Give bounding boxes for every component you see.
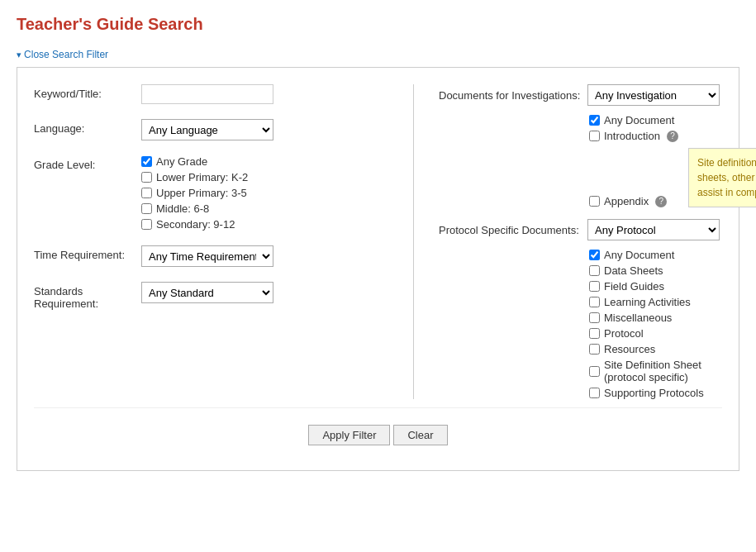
time-label: Time Requirement:: [34, 245, 141, 261]
proto-field-guides-item[interactable]: Field Guides: [589, 280, 722, 293]
standards-row: Standards Requirement: Any Standard NGSS…: [34, 282, 397, 310]
page-title: Teacher's Guide Search: [17, 15, 739, 34]
investigations-label: Documents for Investigations:: [439, 89, 587, 102]
proto-learning-item[interactable]: Learning Activities: [589, 296, 722, 308]
grade-any-label: Any Grade: [156, 155, 207, 168]
inv-appendix-checkbox[interactable]: [589, 196, 600, 207]
proto-field-guides-checkbox[interactable]: [589, 281, 600, 292]
proto-learning-checkbox[interactable]: [589, 297, 600, 307]
grade-row: Grade Level: Any Grade Lower Primary: K-…: [34, 155, 397, 231]
inv-introduction-item[interactable]: Introduction ? Site definition sheets, d…: [589, 130, 722, 142]
keyword-label: Keyword/Title:: [34, 84, 141, 100]
proto-misc-label: Miscellaneous: [604, 312, 672, 324]
keyword-input[interactable]: [141, 84, 273, 104]
grade-lower-item[interactable]: Lower Primary: K-2: [141, 171, 397, 183]
proto-supporting-label: Supporting Protocols: [604, 387, 704, 399]
grade-secondary-item[interactable]: Secondary: 9-12: [141, 218, 397, 231]
grade-lower-checkbox[interactable]: [141, 172, 152, 183]
protocol-row: Protocol Specific Documents: Any Protoco…: [439, 219, 722, 240]
proto-any-item[interactable]: Any Document: [589, 249, 722, 261]
grade-any-item[interactable]: Any Grade: [141, 155, 397, 168]
inv-any-doc-checkbox[interactable]: [589, 115, 600, 126]
standards-label: Standards Requirement:: [34, 282, 141, 310]
grade-middle-item[interactable]: Middle: 6-8: [141, 202, 397, 215]
proto-learning-label: Learning Activities: [604, 296, 691, 308]
proto-data-sheets-checkbox[interactable]: [589, 265, 600, 276]
language-select[interactable]: Any Language English Spanish French: [141, 119, 273, 140]
filter-panel: Keyword/Title: Language: Any Language En…: [17, 67, 739, 471]
grade-checkboxes: Any Grade Lower Primary: K-2 Upper Prima…: [141, 155, 397, 231]
clear-button[interactable]: Clear: [393, 425, 447, 445]
grade-middle-label: Middle: 6-8: [156, 202, 209, 215]
grade-upper-item[interactable]: Upper Primary: 3-5: [141, 187, 397, 199]
protocol-select[interactable]: Any Protocol Protocol A Protocol B: [587, 219, 720, 240]
language-label: Language:: [34, 119, 141, 135]
proto-site-def-label: Site Definition Sheet (protocol specific…: [604, 359, 722, 383]
grade-lower-label: Lower Primary: K-2: [156, 171, 248, 183]
close-search-filter-link[interactable]: Close Search Filter: [17, 49, 108, 60]
apply-filter-button[interactable]: Apply Filter: [308, 425, 390, 445]
filter-left-column: Keyword/Title: Language: Any Language En…: [34, 84, 414, 399]
standards-select[interactable]: Any Standard NGSS Common Core: [141, 282, 273, 303]
proto-protocol-label: Protocol: [604, 327, 644, 340]
grade-any-checkbox[interactable]: [141, 156, 152, 167]
proto-supporting-checkbox[interactable]: [589, 388, 600, 398]
proto-protocol-checkbox[interactable]: [589, 328, 600, 339]
grade-middle-checkbox[interactable]: [141, 203, 152, 214]
proto-misc-checkbox[interactable]: [589, 312, 600, 323]
proto-field-guides-label: Field Guides: [604, 280, 664, 293]
grade-upper-label: Upper Primary: 3-5: [156, 187, 247, 199]
introduction-tooltip: Site definition sheets, data sheets, oth…: [688, 148, 756, 207]
inv-introduction-label: Introduction: [604, 130, 660, 142]
inv-any-doc-item[interactable]: Any Document: [589, 114, 722, 126]
language-row: Language: Any Language English Spanish F…: [34, 119, 397, 140]
keyword-row: Keyword/Title:: [34, 84, 397, 104]
appendix-info-icon[interactable]: ?: [655, 196, 667, 207]
grade-upper-checkbox[interactable]: [141, 188, 152, 198]
proto-data-sheets-label: Data Sheets: [604, 264, 663, 277]
investigations-row: Documents for Investigations: Any Invest…: [439, 84, 722, 106]
proto-site-def-item[interactable]: Site Definition Sheet (protocol specific…: [589, 359, 722, 383]
proto-site-def-checkbox[interactable]: [589, 366, 600, 377]
time-select[interactable]: Any Time Requirement < 1 hour 1-2 hours …: [141, 245, 273, 267]
grade-secondary-checkbox[interactable]: [141, 219, 152, 230]
protocol-docs-checkboxes: Any Document Data Sheets Field Guides Le…: [589, 249, 722, 399]
proto-any-checkbox[interactable]: [589, 250, 600, 260]
inv-any-doc-label: Any Document: [604, 114, 674, 126]
proto-resources-label: Resources: [604, 343, 655, 355]
introduction-info-icon[interactable]: ?: [667, 131, 678, 142]
proto-supporting-item[interactable]: Supporting Protocols: [589, 387, 722, 399]
investigation-docs-checkboxes: Any Document Introduction ? Site definit…: [589, 114, 722, 207]
grade-secondary-label: Secondary: 9-12: [156, 218, 235, 231]
filter-right-column: Documents for Investigations: Any Invest…: [414, 84, 722, 399]
proto-resources-checkbox[interactable]: [589, 344, 600, 355]
protocol-label: Protocol Specific Documents:: [439, 224, 587, 236]
investigation-select[interactable]: Any Investigation Investigation 1 Invest…: [587, 84, 720, 106]
footer-buttons: Apply Filter Clear: [34, 407, 722, 454]
proto-misc-item[interactable]: Miscellaneous: [589, 312, 722, 324]
grade-label: Grade Level:: [34, 155, 141, 171]
proto-protocol-item[interactable]: Protocol: [589, 327, 722, 340]
time-row: Time Requirement: Any Time Requirement <…: [34, 245, 397, 267]
inv-appendix-label: Appendix: [604, 195, 649, 207]
inv-introduction-checkbox[interactable]: [589, 131, 600, 141]
proto-data-sheets-item[interactable]: Data Sheets: [589, 264, 722, 277]
proto-resources-item[interactable]: Resources: [589, 343, 722, 355]
proto-any-label: Any Document: [604, 249, 674, 261]
